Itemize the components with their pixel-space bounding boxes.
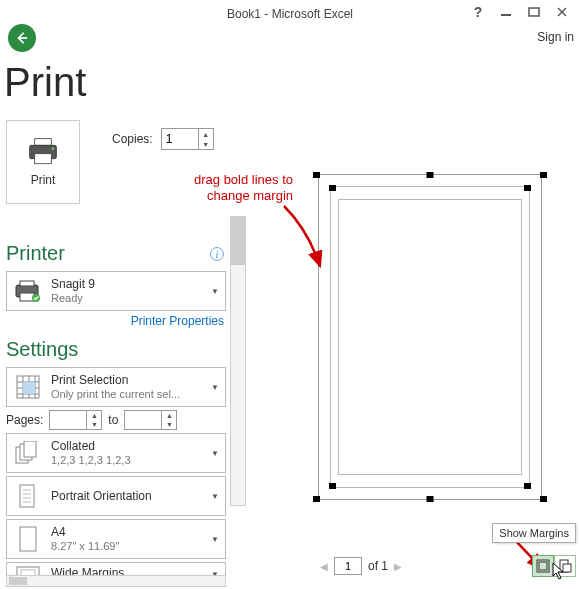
scrollbar-thumb[interactable] xyxy=(231,217,245,265)
printer-heading: Printer i xyxy=(6,242,226,265)
print-range-main: Print Selection xyxy=(51,373,180,388)
margin-guide-inner[interactable] xyxy=(338,199,522,475)
svg-point-9 xyxy=(52,147,55,150)
info-icon[interactable]: i xyxy=(210,247,224,261)
arrow-left-icon xyxy=(15,31,29,45)
svg-rect-36 xyxy=(563,564,571,572)
scrollbar-thumb[interactable] xyxy=(9,577,27,585)
collation-dropdown[interactable]: Collated 1,2,3 1,2,3 1,2,3 ▼ xyxy=(6,433,226,473)
printer-device-icon xyxy=(13,279,43,303)
paper-main: A4 xyxy=(51,525,119,540)
back-button[interactable] xyxy=(8,24,36,52)
margins-toggle-icon xyxy=(536,559,550,573)
print-button[interactable]: Print xyxy=(6,120,80,204)
chevron-down-icon: ▼ xyxy=(211,383,219,392)
margin-handle[interactable] xyxy=(329,185,336,191)
zoom-to-page-button[interactable] xyxy=(554,555,576,577)
page-navigator: ◀ of 1 ▶ xyxy=(320,557,402,575)
margin-handle[interactable] xyxy=(540,172,547,178)
settings-heading: Settings xyxy=(6,338,226,361)
next-page-icon[interactable]: ▶ xyxy=(394,561,402,572)
page-title: Print xyxy=(4,60,86,105)
collated-icon xyxy=(13,441,43,465)
prev-page-icon[interactable]: ◀ xyxy=(320,561,328,572)
margin-handle[interactable] xyxy=(427,172,434,178)
page-number-input[interactable] xyxy=(334,557,362,575)
chevron-down-icon: ▼ xyxy=(211,449,219,458)
orientation-dropdown[interactable]: Portrait Orientation ▼ xyxy=(6,476,226,516)
close-icon[interactable] xyxy=(548,2,576,22)
page-icon xyxy=(13,525,43,553)
svg-rect-6 xyxy=(35,139,52,146)
collated-sub: 1,2,3 1,2,3 1,2,3 xyxy=(51,454,131,468)
print-range-sub: Only print the current sel... xyxy=(51,388,180,402)
margin-handle[interactable] xyxy=(313,496,320,502)
chevron-down-icon: ▼ xyxy=(211,535,219,544)
zoom-page-icon xyxy=(558,559,572,573)
help-icon[interactable]: ? xyxy=(464,2,492,22)
show-margins-button[interactable] xyxy=(532,555,554,577)
printer-properties-link[interactable]: Printer Properties xyxy=(6,314,224,328)
svg-rect-21 xyxy=(23,382,35,394)
chevron-down-icon: ▼ xyxy=(211,287,219,296)
margin-handle[interactable] xyxy=(329,483,336,489)
print-range-dropdown[interactable]: Print Selection Only print the current s… xyxy=(6,367,226,407)
margin-handle[interactable] xyxy=(524,483,531,489)
preview-page[interactable] xyxy=(318,174,542,500)
pages-to-stepper[interactable]: ▲▼ xyxy=(124,410,177,430)
sign-in-link[interactable]: Sign in xyxy=(537,30,574,44)
restore-icon[interactable] xyxy=(520,2,548,22)
svg-rect-11 xyxy=(20,281,34,286)
printer-icon xyxy=(26,137,60,167)
svg-point-13 xyxy=(32,294,40,302)
pages-label: Pages: xyxy=(6,413,43,427)
pages-to-label: to xyxy=(108,413,118,427)
chevron-up-icon[interactable]: ▲ xyxy=(162,411,176,420)
paper-sub: 8.27" x 11.69" xyxy=(51,540,119,554)
window-title: Book1 - Microsoft Excel xyxy=(227,7,353,21)
margin-handle[interactable] xyxy=(313,172,320,178)
annotation-text: drag bold lines to change margin xyxy=(194,172,293,203)
svg-rect-34 xyxy=(539,562,547,570)
printer-name: Snagit 9 xyxy=(51,277,95,292)
margin-handle[interactable] xyxy=(540,496,547,502)
print-button-label: Print xyxy=(31,173,56,187)
pages-from-input[interactable] xyxy=(50,411,86,429)
margin-handle[interactable] xyxy=(524,185,531,191)
svg-rect-24 xyxy=(24,441,36,457)
svg-rect-8 xyxy=(35,154,52,164)
printer-dropdown[interactable]: Snagit 9 Ready ▼ xyxy=(6,271,226,311)
paper-size-dropdown[interactable]: A4 8.27" x 11.69" ▼ xyxy=(6,519,226,559)
chevron-down-icon: ▼ xyxy=(211,492,219,501)
page-total-label: of 1 xyxy=(368,559,388,573)
pages-to-input[interactable] xyxy=(125,411,161,429)
svg-rect-1 xyxy=(529,8,539,16)
horizontal-scrollbar[interactable] xyxy=(6,575,226,587)
vertical-scrollbar[interactable] xyxy=(230,216,246,506)
collated-main: Collated xyxy=(51,439,131,454)
margin-handle[interactable] xyxy=(427,496,434,502)
svg-rect-12 xyxy=(20,293,34,301)
chevron-up-icon[interactable]: ▲ xyxy=(87,411,101,420)
svg-rect-25 xyxy=(20,485,34,507)
chevron-down-icon[interactable]: ▼ xyxy=(87,420,101,429)
print-preview xyxy=(282,166,560,523)
printer-status: Ready xyxy=(51,292,95,306)
orientation-main: Portrait Orientation xyxy=(51,489,152,504)
tooltip: Show Margins xyxy=(492,523,576,543)
svg-rect-30 xyxy=(20,527,36,551)
minimize-icon[interactable] xyxy=(492,2,520,22)
chevron-down-icon[interactable]: ▼ xyxy=(162,420,176,429)
pages-from-stepper[interactable]: ▲▼ xyxy=(49,410,102,430)
sheet-icon xyxy=(13,374,43,400)
portrait-icon xyxy=(13,483,43,509)
